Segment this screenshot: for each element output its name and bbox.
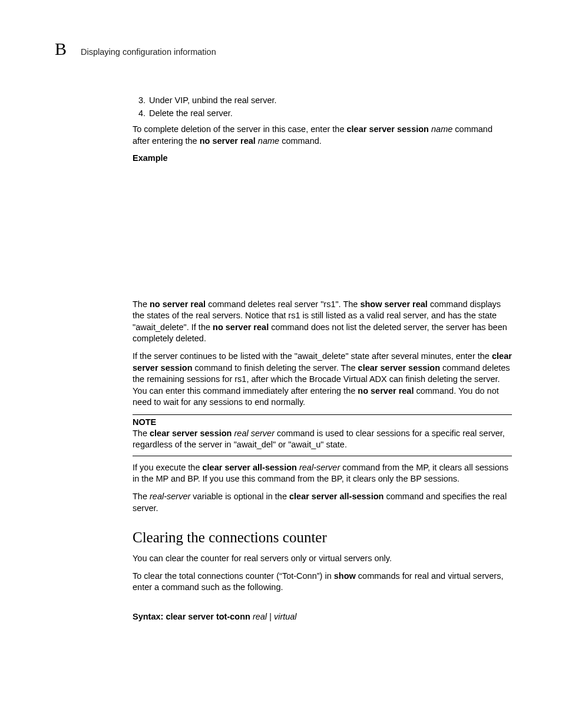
command-text: no server real [200, 136, 256, 146]
example-placeholder [133, 170, 512, 299]
syntax-line: Syntax: clear server tot-conn real | vir… [133, 611, 512, 623]
text: If the server continues to be listed wit… [133, 351, 492, 361]
text: To clear the total connections counter (… [133, 571, 334, 581]
command-text: no server real [213, 322, 269, 332]
text: If you execute the [133, 463, 203, 472]
variable-text: real-server [297, 463, 340, 472]
note-body: The clear server session real server com… [133, 428, 512, 456]
variable-text: name [429, 124, 452, 134]
example-label: Example [133, 153, 512, 164]
appendix-letter: B [55, 39, 67, 59]
variable-text: real server [232, 429, 275, 438]
variable-text: real-server [150, 492, 190, 501]
command-text: no server real [150, 299, 206, 309]
page: B Displaying configuration information U… [0, 0, 562, 622]
section-heading: Clearing the connections counter [133, 529, 512, 546]
page-header: B Displaying configuration information [55, 39, 512, 59]
paragraph: You can clear the counter for real serve… [133, 553, 512, 565]
text: variable is optional in the [190, 492, 289, 501]
list-item: Under VIP, unbind the real server. [148, 95, 512, 105]
text: command. [279, 136, 322, 146]
command-text: clear server tot-conn [166, 612, 250, 621]
syntax-label: Syntax: [133, 612, 166, 621]
variable-text: real | virtual [250, 612, 297, 621]
note-block: NOTE The clear server session real serve… [133, 414, 512, 456]
text: The [133, 299, 150, 309]
variable-text: name [256, 136, 279, 146]
command-text: clear server all-session [203, 463, 297, 472]
paragraph: If you execute the clear server all-sess… [133, 462, 512, 485]
command-text: clear server session [358, 363, 440, 373]
text: command to finish deleting the server. T… [193, 363, 358, 373]
paragraph: To clear the total connections counter (… [133, 571, 512, 594]
text: The [133, 492, 150, 501]
page-header-title: Displaying configuration information [81, 47, 216, 57]
page-content: Under VIP, unbind the real server. Delet… [133, 95, 512, 622]
paragraph: To complete deletion of the server in th… [133, 124, 512, 147]
paragraph: The real-server variable is optional in … [133, 491, 512, 514]
list-item: Delete the real server. [148, 108, 512, 118]
text: command deletes real server "rs1". The [206, 299, 360, 309]
paragraph: The no server real command deletes real … [133, 299, 512, 345]
text: To complete deletion of the server in th… [133, 124, 347, 134]
command-text: show server real [360, 299, 427, 309]
steps-list: Under VIP, unbind the real server. Delet… [133, 95, 512, 118]
command-text: clear server all-session [289, 492, 384, 501]
command-text: clear server session [150, 429, 232, 438]
paragraph: If the server continues to be listed wit… [133, 351, 512, 409]
note-heading: NOTE [133, 417, 512, 427]
command-text: clear server session [347, 124, 429, 134]
command-text: no server real [358, 386, 414, 396]
command-text: show [334, 571, 356, 581]
text: The [133, 429, 150, 438]
